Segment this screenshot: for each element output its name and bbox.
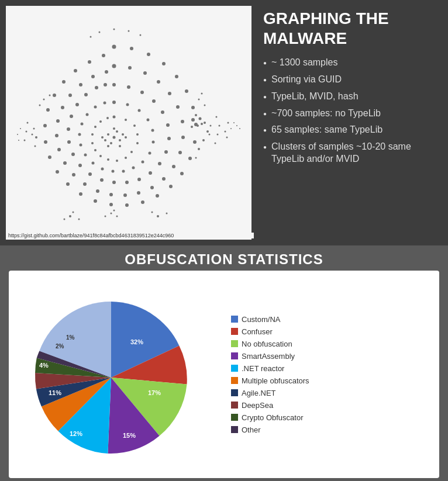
- legend-label-9: Other: [242, 425, 261, 434]
- svg-point-118: [66, 182, 70, 186]
- svg-point-83: [162, 177, 166, 181]
- svg-point-164: [64, 219, 66, 220]
- svg-point-166: [157, 215, 159, 217]
- svg-point-95: [61, 106, 64, 109]
- svg-point-117: [79, 192, 82, 196]
- svg-point-68: [70, 115, 73, 118]
- svg-point-94: [56, 119, 60, 123]
- svg-point-122: [43, 124, 47, 127]
- bottom-section: OBFUSCATION STATISTICS: [0, 245, 448, 481]
- pct-label-noobf: 15%: [123, 432, 136, 439]
- legend-color-deep: [231, 402, 238, 409]
- legend-label-4: .NET reactor: [242, 364, 284, 373]
- svg-point-61: [112, 181, 116, 184]
- svg-point-80: [181, 136, 185, 139]
- svg-point-114: [125, 203, 129, 207]
- svg-point-134: [198, 148, 200, 150]
- svg-point-173: [195, 114, 197, 116]
- pct-label-agile: 2%: [56, 343, 64, 349]
- svg-point-65: [71, 153, 75, 156]
- svg-point-145: [24, 140, 26, 141]
- svg-point-140: [216, 116, 218, 118]
- svg-point-93: [55, 134, 58, 137]
- svg-point-101: [130, 47, 133, 50]
- svg-point-152: [228, 122, 229, 124]
- svg-point-45: [81, 123, 84, 126]
- svg-point-177: [39, 105, 41, 106]
- svg-point-88: [96, 189, 99, 193]
- svg-point-175: [43, 99, 45, 101]
- legend-color-crypto: [231, 414, 238, 421]
- svg-point-71: [95, 86, 98, 89]
- svg-point-30: [126, 103, 129, 106]
- svg-point-162: [69, 215, 71, 217]
- svg-point-115: [109, 203, 113, 206]
- legend-label-7: DeepSea: [242, 401, 273, 410]
- legend-color-net: [231, 365, 238, 372]
- svg-point-102: [147, 53, 150, 56]
- svg-point-158: [239, 128, 240, 129]
- svg-point-150: [140, 34, 142, 36]
- graph-url: https://gist.github.com/bartblaze/941f8c…: [8, 233, 254, 238]
- svg-point-129: [204, 122, 206, 124]
- svg-point-26: [94, 126, 97, 128]
- svg-point-62: [100, 178, 104, 182]
- svg-point-109: [188, 157, 192, 160]
- svg-point-87: [109, 193, 113, 196]
- svg-point-168: [151, 212, 153, 213]
- svg-point-119: [56, 170, 59, 174]
- svg-point-46: [86, 113, 89, 116]
- svg-point-66: [67, 140, 71, 144]
- svg-point-99: [105, 70, 108, 74]
- slide-title: GRAPHING THE MALWARE: [263, 9, 436, 48]
- svg-point-3: [119, 139, 121, 141]
- svg-point-19: [125, 157, 127, 159]
- svg-point-128: [102, 54, 105, 57]
- svg-point-6: [104, 139, 106, 141]
- pct-label-net: 11%: [49, 389, 61, 396]
- legend-item-5: Multiple obfuscators: [231, 376, 428, 385]
- legend-color-smart: [231, 352, 238, 359]
- svg-point-55: [167, 137, 171, 140]
- pct-label-deep: 1%: [66, 334, 75, 341]
- svg-point-131: [202, 139, 205, 141]
- legend-color-confuser: [231, 328, 238, 335]
- svg-point-54: [166, 123, 170, 127]
- legend-label-1: Confuser: [242, 327, 273, 336]
- svg-point-159: [17, 134, 18, 135]
- bullet-item-3: TypeLib, MVID, hash: [263, 91, 436, 103]
- legend-label-5: Multiple obfuscators: [242, 376, 309, 385]
- svg-point-37: [132, 167, 135, 169]
- svg-point-89: [83, 182, 87, 186]
- svg-point-135: [195, 157, 197, 159]
- legend-item-9: Other: [231, 425, 428, 434]
- svg-point-172: [191, 126, 193, 128]
- svg-point-48: [104, 102, 106, 105]
- legend-color-noobf: [231, 340, 238, 347]
- legend-label-0: Custom/NA: [242, 315, 280, 324]
- svg-point-23: [94, 149, 97, 151]
- pie-container: 32% 17% 15% 12% 11% 4% 2% 1%: [20, 281, 225, 468]
- svg-point-58: [149, 171, 152, 175]
- bullet-item-4: ~700 samples: no TypeLib: [263, 108, 436, 120]
- svg-point-111: [169, 185, 173, 188]
- svg-point-5: [116, 130, 118, 133]
- legend-color-multi: [231, 377, 238, 384]
- legend-color-custom: [231, 316, 238, 323]
- svg-point-151: [90, 36, 92, 38]
- svg-point-25: [91, 133, 94, 136]
- legend-item-6: Agile.NET: [231, 389, 428, 397]
- svg-point-7: [122, 133, 124, 136]
- svg-point-49: [112, 83, 116, 86]
- svg-point-60: [125, 181, 129, 184]
- svg-point-20: [116, 160, 118, 162]
- svg-point-180: [201, 93, 203, 95]
- svg-point-103: [162, 62, 166, 65]
- svg-point-24: [91, 142, 94, 144]
- svg-point-146: [27, 122, 29, 124]
- legend-item-3: SmartAssembly: [231, 352, 428, 361]
- svg-point-161: [18, 140, 19, 141]
- svg-point-75: [143, 71, 147, 75]
- svg-point-171: [197, 124, 199, 127]
- svg-point-132: [210, 125, 212, 127]
